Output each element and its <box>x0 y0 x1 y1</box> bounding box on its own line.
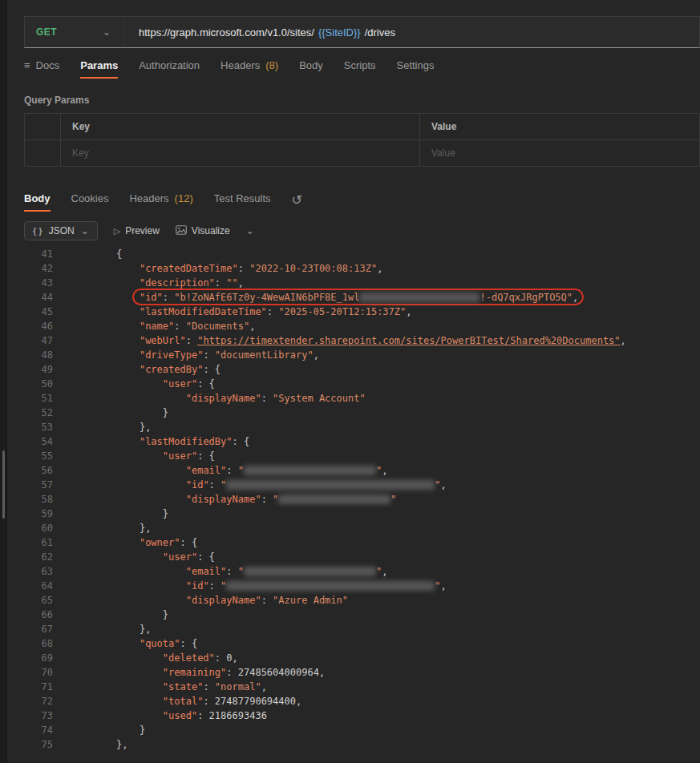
key-input[interactable]: Key <box>61 140 420 167</box>
response-tab-body[interactable]: Body <box>24 192 51 212</box>
line-number: 61 <box>24 535 53 550</box>
code-token: , <box>441 580 447 591</box>
code-token: : <box>267 306 278 317</box>
row-checkbox-cell[interactable] <box>25 140 61 167</box>
response-tab-test-results[interactable]: Test Results <box>214 192 271 212</box>
code-token: "email" <box>186 465 227 476</box>
code-token: "driveType" <box>140 349 203 361</box>
code-line: 62 "user": { <box>24 550 700 564</box>
tab-body[interactable]: Body <box>299 59 323 79</box>
code-token: , <box>621 335 626 346</box>
url-input[interactable]: https://graph.microsoft.com/v1.0/sites/{… <box>124 17 699 47</box>
code-token: "description" <box>140 277 215 289</box>
code-token: "2022-10-23T00:08:13Z" <box>249 263 377 274</box>
code-line: 45 "lastModifiedDateTime": "2025-05-20T1… <box>24 305 700 319</box>
code-token: : <box>238 263 249 274</box>
line-number: 74 <box>24 723 53 737</box>
tab-docs[interactable]: ≡ Docs <box>24 59 59 79</box>
code-token: } <box>163 609 168 620</box>
code-token: : { <box>180 638 197 649</box>
tab-settings[interactable]: Settings <box>397 59 435 79</box>
code-token: "deleted" <box>163 652 215 664</box>
code-token: }, <box>140 523 151 534</box>
url-prefix: https://graph.microsoft.com/v1.0/sites/ <box>139 26 314 38</box>
url-variable[interactable]: {{SiteID}} <box>318 26 361 38</box>
response-tab-cookies[interactable]: Cookies <box>71 192 109 212</box>
code-token: "normal" <box>215 681 261 692</box>
line-number: 67 <box>24 622 53 636</box>
code-token: : <box>163 292 174 303</box>
code-token: " <box>238 566 244 577</box>
method-dropdown[interactable]: GET ⌄ <box>25 17 124 47</box>
scrollbar-thumb[interactable] <box>2 450 5 519</box>
line-number: 58 <box>24 492 53 507</box>
tab-scripts[interactable]: Scripts <box>344 59 376 79</box>
line-number: 57 <box>24 478 53 492</box>
code-line: 43 "description": "", <box>24 276 700 290</box>
table-row: Key Value <box>25 140 700 167</box>
code-token: "lastModifiedDateTime" <box>140 306 267 317</box>
code-token: "quota" <box>140 638 180 649</box>
history-icon[interactable]: ↺ <box>292 194 302 212</box>
code-token: "displayName" <box>186 494 261 505</box>
line-number: 45 <box>24 305 53 319</box>
code-line: 41{ <box>24 247 700 261</box>
checkbox-column-header <box>25 114 61 140</box>
code-line: 65 "displayName": "Azure Admin" <box>24 593 700 608</box>
code-line: 69 "deleted": 0, <box>24 651 700 665</box>
code-token: " <box>221 580 226 591</box>
line-number: 53 <box>24 420 53 434</box>
code-token: : <box>203 696 214 707</box>
code-token: , <box>573 292 578 303</box>
visualize-button[interactable]: Visualize <box>176 225 230 236</box>
tab-authorization[interactable]: Authorization <box>139 59 200 79</box>
method-label: GET <box>36 26 57 38</box>
code-line: 61 "owner": { <box>24 535 700 550</box>
code-token: "b!ZoNAfE6Tz0y-4WewAIN6bPF8E_1wl <box>174 292 359 303</box>
weburl-link[interactable]: "https://timextender.sharepoint.com/site… <box>197 335 620 346</box>
tab-params[interactable]: Params <box>80 59 118 79</box>
code-token: "createdDateTime" <box>140 263 238 274</box>
code-token: , <box>382 566 387 577</box>
code-token: , <box>441 479 447 490</box>
chevron-down-icon: ⌄ <box>103 27 111 37</box>
line-number: 41 <box>24 247 53 261</box>
code-token: , <box>319 667 325 678</box>
code-token: : { <box>180 537 197 548</box>
code-token: 2186693436 <box>209 710 267 721</box>
response-tab-headers[interactable]: Headers (12) <box>129 192 192 212</box>
code-token: } <box>163 407 168 418</box>
code-line: 59 } <box>24 507 700 521</box>
code-line: 52 } <box>24 406 700 420</box>
code-line: 60 }, <box>24 521 700 535</box>
code-token: "Azure Admin" <box>273 595 348 606</box>
left-scrollbar-track[interactable] <box>0 0 7 763</box>
code-line: 47 "webUrl": "https://timextender.sharep… <box>24 333 700 348</box>
code-token: : <box>197 710 208 721</box>
code-token: : <box>209 479 221 490</box>
line-number: 64 <box>24 579 53 593</box>
code-token: "System Account" <box>273 393 366 404</box>
code-token: "createdBy" <box>140 364 203 375</box>
format-dropdown[interactable]: { } JSON ⌄ <box>24 221 98 240</box>
code-token: " <box>435 580 440 591</box>
code-token: " <box>273 494 278 505</box>
code-token: 0 <box>226 652 232 664</box>
code-token: "total" <box>163 696 204 707</box>
line-number: 56 <box>24 463 53 478</box>
code-line: 48 "driveType": "documentLibrary", <box>24 348 700 362</box>
code-token: : { <box>233 436 250 447</box>
line-number: 49 <box>24 362 53 377</box>
response-toolbar: { } JSON ⌄ ▷ Preview Visualize ⌄ <box>24 221 700 240</box>
chevron-down-icon[interactable]: ⌄ <box>246 226 254 236</box>
line-number: 48 <box>24 348 53 362</box>
preview-button[interactable]: ▷ Preview <box>114 225 160 236</box>
code-line: 44 "id": "b!ZoNAfE6Tz0y-4WewAIN6bPF8E_1w… <box>24 290 700 305</box>
value-input[interactable]: Value <box>420 140 700 167</box>
code-line: 51 "displayName": "System Account" <box>24 391 700 406</box>
code-line: 66 } <box>24 608 700 622</box>
code-token: , <box>249 321 255 332</box>
line-number: 73 <box>24 708 53 723</box>
tab-headers[interactable]: Headers (8) <box>221 59 278 79</box>
code-token: }, <box>140 624 151 635</box>
